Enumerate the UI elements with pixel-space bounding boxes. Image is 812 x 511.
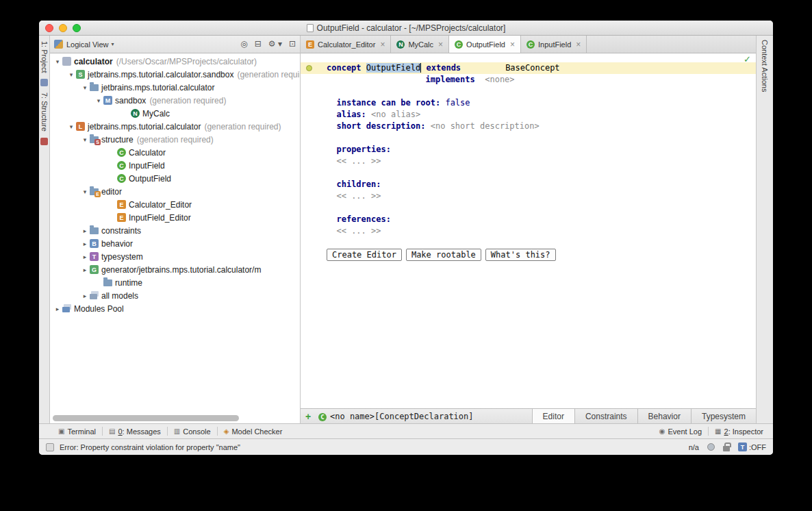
tree-item-label: all models <box>101 291 138 301</box>
code-line <box>301 237 756 249</box>
tree-item[interactable]: ▸Ttypesystem <box>50 250 300 263</box>
tree-item[interactable]: CInputField <box>50 159 300 172</box>
tree-item[interactable]: ▸Ggenerator/jetbrains.mps.tutorial.calcu… <box>50 263 300 276</box>
language-icon: L <box>76 122 85 131</box>
editor-tab-inputfield[interactable]: CInputField× <box>521 36 587 53</box>
tool-button-0-messages[interactable]: ▤0: Messages <box>109 427 161 436</box>
lock-icon[interactable] <box>723 446 730 451</box>
tab-close-icon[interactable]: × <box>576 40 581 49</box>
chevron-down-icon[interactable]: ▾ <box>112 41 114 47</box>
tree-item-annotation: (generation required) <box>204 122 281 132</box>
tree-item[interactable]: ▾Sstructure(generation required) <box>50 133 300 146</box>
aspect-tab-editor[interactable]: Editor <box>532 409 574 423</box>
messages-icon: ▤ <box>109 427 115 435</box>
code-line: children: <box>301 179 756 190</box>
tool-button-event-log[interactable]: ◉Event Log <box>659 427 702 436</box>
console-icon: ▥ <box>174 427 180 435</box>
tool-button-model-checker[interactable]: ◈Model Checker <box>224 427 283 436</box>
window-title-text: OutputField - calculator - [~/MPSProject… <box>317 23 506 33</box>
tree-item[interactable]: ▾Msandbox(generation required) <box>50 94 300 107</box>
typesystem-toggle[interactable]: T :OFF <box>738 443 766 451</box>
code-line: << ... >> <box>301 155 756 167</box>
tree-chevron-icon[interactable]: ▾ <box>80 84 90 91</box>
position-indicator[interactable]: n/a <box>689 443 699 451</box>
scroll-from-source-icon[interactable]: ◎ <box>240 40 247 49</box>
selected-cell[interactable]: OutputField <box>366 63 421 73</box>
tree-item[interactable]: ▾Ljetbrains.mps.tutorial.calculator(gene… <box>50 120 300 133</box>
tab-close-icon[interactable]: × <box>380 40 385 49</box>
editor-tab-calculator-editor[interactable]: ECalculator_Editor× <box>301 36 391 53</box>
tree-item[interactable]: ▾calculator(/Users/Oscar/MPSProjects/cal… <box>50 55 300 68</box>
tree-item[interactable]: ▾Sjetbrains.mps.tutorial.calculator.sand… <box>50 68 300 81</box>
tab-close-icon[interactable]: × <box>438 40 443 49</box>
tool-stripe-project-button[interactable]: 1: Project <box>40 41 49 73</box>
node-icon: N <box>131 109 140 118</box>
tree-chevron-icon[interactable]: ▸ <box>80 292 90 299</box>
tree-chevron-icon[interactable]: ▾ <box>80 188 90 195</box>
hide-icon[interactable]: ⊡ <box>289 40 296 49</box>
inspector-icon: ▦ <box>715 427 721 435</box>
editor-tab-mycalc[interactable]: NMyCalc× <box>391 36 449 53</box>
content-row: ▾calculator(/Users/Oscar/MPSProjects/cal… <box>50 53 756 423</box>
aspect-tab-constraints[interactable]: Constraints <box>574 409 637 423</box>
collapse-all-icon[interactable]: ⊟ <box>255 40 262 49</box>
tree-item[interactable]: COutputField <box>50 172 300 185</box>
tree-item[interactable]: CCalculator <box>50 146 300 159</box>
minimize-window-button[interactable] <box>59 24 67 32</box>
tree-chevron-icon[interactable]: ▸ <box>53 306 62 312</box>
tree-item-annotation: (/Users/Oscar/MPSProjects/calculator) <box>116 57 257 66</box>
tree-chevron-icon[interactable]: ▾ <box>66 123 76 130</box>
tree-item[interactable]: ECalculator_Editor <box>50 198 300 211</box>
tree-chevron-icon[interactable]: ▾ <box>94 97 103 104</box>
editor-tab-outputfield[interactable]: COutputField× <box>449 36 521 53</box>
close-window-button[interactable] <box>45 24 53 32</box>
tool-stripe-context-actions-button[interactable]: Context Actions <box>761 40 769 92</box>
tree-chevron-icon[interactable]: ▾ <box>66 71 76 78</box>
tool-window-button-icon-top[interactable] <box>40 79 48 86</box>
tree-item-label: jetbrains.mps.tutorial.calculator <box>88 122 201 132</box>
tree-item[interactable]: runtime <box>50 276 300 289</box>
concept-icon: C <box>526 40 535 49</box>
tool-window-button-icon-bottom[interactable] <box>40 138 48 145</box>
tree-chevron-icon[interactable]: ▸ <box>80 266 90 273</box>
aspect-tab-typesystem[interactable]: Typesystem <box>691 409 756 423</box>
current-node-label: <no name>[ConceptDeclaration] <box>330 412 474 421</box>
tree-item[interactable]: ▾jetbrains.mps.tutorial.calculator <box>50 81 300 94</box>
project-icon <box>62 57 71 66</box>
tab-close-icon[interactable]: × <box>510 40 515 49</box>
tree-item[interactable]: ▸constraints <box>50 224 300 237</box>
tree-chevron-icon[interactable]: ▸ <box>80 240 90 247</box>
tree-chevron-icon[interactable]: ▾ <box>80 136 90 143</box>
tree-chevron-icon[interactable]: ▸ <box>80 227 90 234</box>
tree-item[interactable]: ▸Modules Pool <box>50 302 300 315</box>
horizontal-scrollbar[interactable] <box>53 415 239 421</box>
tool-stripe-structure-button[interactable]: 7: Structure <box>40 92 49 132</box>
what-s-this-button[interactable]: What's this? <box>485 249 556 261</box>
code-area[interactable]: ✓ concept OutputField extends BaseConcep… <box>301 53 756 408</box>
tree-item-label: Modules Pool <box>74 304 124 314</box>
right-tool-stripe: Context Actions <box>756 36 773 423</box>
tree-chevron-icon[interactable]: ▸ <box>80 253 90 260</box>
view-selector[interactable]: Logical View <box>66 40 109 49</box>
make-rootable-button[interactable]: Make rootable <box>406 249 481 261</box>
settings-icon[interactable]: ⚙ ▾ <box>268 40 282 49</box>
aspect-tab-behavior[interactable]: Behavior <box>637 409 691 423</box>
tool-button-2-inspector[interactable]: ▦2: Inspector <box>715 427 763 436</box>
editor-node-icon: E <box>117 200 126 209</box>
tree-item[interactable]: ▸all models <box>50 289 300 302</box>
tree-chevron-icon[interactable]: ▾ <box>53 58 62 65</box>
tree-item[interactable]: ▾Eeditor <box>50 185 300 198</box>
tree-item[interactable]: ▸Bbehavior <box>50 237 300 250</box>
code-line <box>301 86 756 97</box>
tree-item[interactable]: EInputField_Editor <box>50 211 300 224</box>
tool-buttons-left: ▣Terminal▤0: Messages▥Console◈Model Chec… <box>58 427 282 436</box>
zoom-window-button[interactable] <box>73 24 81 32</box>
tool-button-label: 2: Inspector <box>724 427 763 436</box>
hector-icon[interactable] <box>707 443 715 451</box>
tree-item[interactable]: NMyCalc <box>50 107 300 120</box>
tool-button-console[interactable]: ▥Console <box>174 427 211 436</box>
concept-icon: C <box>455 40 463 49</box>
tool-button-terminal[interactable]: ▣Terminal <box>58 427 96 436</box>
add-node-button[interactable]: + <box>301 411 316 422</box>
create-editor-button[interactable]: Create Editor <box>327 249 402 261</box>
